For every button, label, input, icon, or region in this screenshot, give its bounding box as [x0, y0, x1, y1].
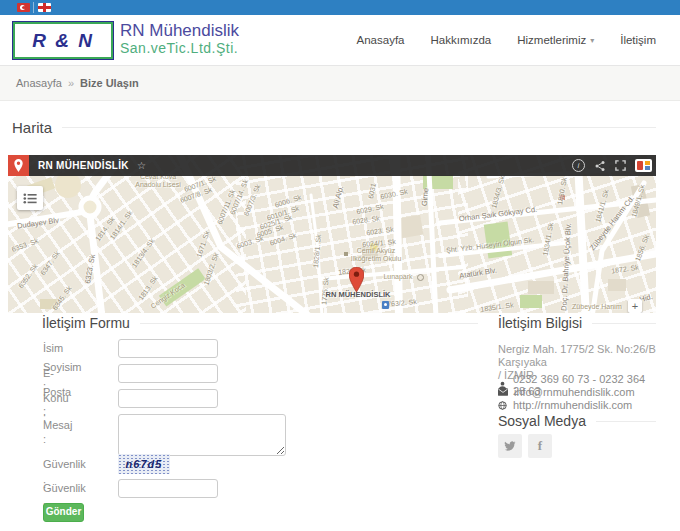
map-place-title: RN MÜHENDİSLİK — [38, 160, 129, 171]
transit-station-icon — [382, 301, 389, 309]
website-url[interactable]: http://rnmuhendislik.com — [513, 399, 632, 411]
heading-rule — [592, 323, 656, 324]
contact-heading: İletişim Bilgisi — [498, 315, 656, 331]
company-title[interactable]: RN Mühendislik San.veTic.Ltd.Şti. — [120, 21, 239, 56]
captcha-code-input[interactable] — [118, 479, 218, 498]
facebook-icon: f — [538, 438, 542, 454]
twitter-button[interactable] — [498, 434, 522, 458]
twitter-icon — [504, 440, 516, 452]
nav-item-hakkimizda[interactable]: Hakkımızda — [430, 34, 491, 46]
nav-item-hizmetlerimiz[interactable]: Hizmetlerimiz▾ — [517, 34, 594, 46]
social-title: Sosyal Medya — [498, 413, 586, 429]
share-icon[interactable] — [594, 160, 606, 172]
map-section-title: Harita — [12, 119, 52, 136]
site-header: R & N RN Mühendislik San.veTic.Ltd.Şti. … — [0, 15, 680, 66]
breadcrumb-bar: Anasayfa » Bize Ulaşın — [0, 66, 680, 101]
zoom-in-button[interactable]: + — [628, 299, 642, 313]
english-flag-icon[interactable] — [38, 3, 51, 12]
logo[interactable]: R & N — [13, 22, 113, 59]
contact-form-section: İletişim Formu İsim Soyisim : E-Posta : … — [42, 315, 478, 331]
social-heading: Sosyal Medya — [498, 413, 656, 429]
heading-rule — [62, 127, 656, 128]
email-input[interactable] — [118, 364, 218, 383]
captcha-image: n67d5 — [118, 454, 170, 474]
lunapark-poi-icon — [417, 274, 424, 281]
contact-info-section: İletişim Bilgisi Nergiz Mah. 1775/2 Sk. … — [498, 315, 656, 331]
star-icon[interactable]: ☆ — [137, 160, 146, 171]
heading-rule — [596, 421, 656, 422]
social-buttons: f — [498, 434, 552, 458]
map-street-label: Lunapark — [383, 273, 412, 281]
info-icon[interactable]: i — [572, 159, 585, 172]
map-section-heading: Harita — [12, 119, 656, 136]
map-title-bar: RN MÜHENDİSLİK ☆ i — [8, 155, 656, 176]
flag-divider — [33, 2, 34, 13]
breadcrumb-home-link[interactable]: Anasayfa — [16, 77, 62, 89]
map-marker-icon[interactable] — [349, 267, 364, 292]
website-row: http://rnmuhendislik.com — [498, 399, 632, 411]
logo-text: R & N — [32, 30, 94, 52]
map-street-label: Zübeyde Hanım — [572, 303, 622, 311]
address-line1: Nergiz Mah. 1775/2 Sk. No:26/B Karşıyaka — [498, 343, 656, 369]
form-heading: İletişim Formu — [42, 315, 478, 331]
map-provider-badge[interactable] — [635, 159, 652, 172]
map-street-label: Girne — [420, 187, 431, 206]
nav-item-iletisim[interactable]: İletişim — [620, 34, 656, 46]
fullscreen-icon[interactable] — [615, 160, 626, 171]
embedded-map[interactable]: Cevat Kova Anadolu Lisesi6007/1. Sk6007/… — [8, 155, 656, 313]
top-language-bar — [0, 0, 680, 15]
map-layers-button[interactable] — [17, 186, 43, 210]
breadcrumb-current: Bize Ulaşın — [80, 77, 139, 89]
name-input[interactable] — [118, 339, 218, 358]
message-label: Mesaj : — [43, 414, 72, 446]
message-textarea[interactable] — [118, 414, 286, 456]
main-nav: Anasayfa Hakkımızda Hizmetlerimiz▾ İleti… — [357, 15, 656, 65]
map-pin-badge-icon — [8, 155, 29, 176]
heading-rule — [140, 323, 478, 324]
school-poi-icon — [344, 252, 348, 256]
breadcrumb-separator: » — [68, 77, 74, 89]
chevron-down-icon: ▾ — [590, 36, 594, 45]
turkish-flag-icon[interactable] — [17, 3, 30, 12]
map-street-label: Cemil Akyüz İlköğretim Okulu — [345, 247, 407, 263]
breadcrumb: Anasayfa » Bize Ulaşın — [16, 77, 139, 89]
facebook-button[interactable]: f — [528, 434, 552, 458]
envelope-icon — [498, 388, 508, 396]
email-row: info@rnmuhendislik.com — [498, 386, 635, 398]
form-title: İletişim Formu — [42, 315, 130, 331]
page: R & N RN Mühendislik San.veTic.Ltd.Şti. … — [0, 0, 680, 531]
globe-icon — [498, 401, 507, 410]
contact-title: İletişim Bilgisi — [498, 315, 582, 331]
company-subtitle: San.veTic.Ltd.Şti. — [120, 40, 239, 56]
map-actions: i — [572, 155, 652, 176]
email-address[interactable]: info@rnmuhendislik.com — [514, 386, 635, 398]
company-name: RN Mühendislik — [120, 21, 239, 40]
subject-input[interactable] — [118, 389, 218, 408]
submit-button[interactable]: Gönder — [43, 503, 84, 522]
crescent-shape-inner — [22, 6, 26, 9]
nav-item-anasayfa[interactable]: Anasayfa — [357, 34, 405, 46]
